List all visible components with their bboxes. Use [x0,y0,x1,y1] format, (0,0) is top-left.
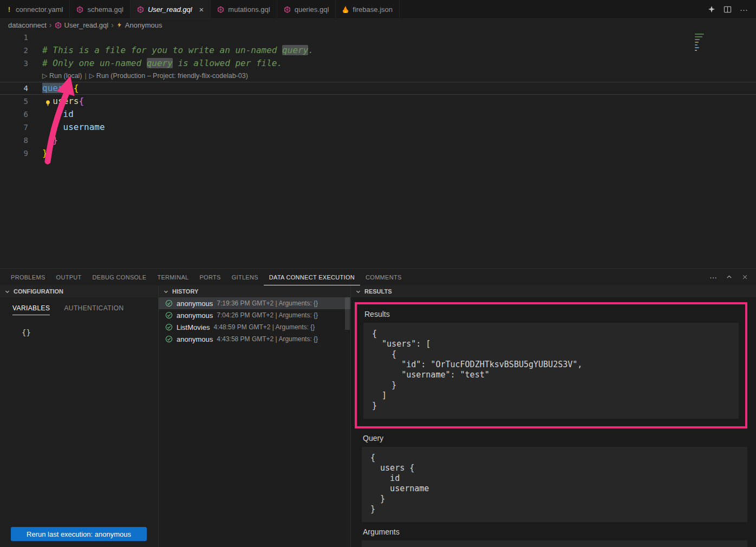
tab-User_read.gql[interactable]: User_read.gql× [131,0,211,18]
panel-tab-terminal[interactable]: TERMINAL [152,269,194,285]
config-tab-authentication[interactable]: AUTHENTICATION [64,304,123,315]
tab-schema.gql[interactable]: schema.gql [70,0,130,18]
code-text: query { [28,82,79,95]
code-line-9[interactable]: 9} [0,147,756,160]
panel-more-icon[interactable]: ··· [709,273,717,282]
panel-maximize-icon[interactable] [726,274,733,281]
line-number: 3 [0,57,28,70]
close-icon[interactable]: × [199,5,204,14]
tab-label: queries.gql [295,5,329,14]
tab-label: mutations.gql [228,5,270,14]
line-number: 2 [0,44,28,57]
config-tab-variables[interactable]: VARIABLES [12,304,50,315]
minimap-line [695,50,697,51]
history-list: anonymous7:19:36 PM GMT+2 | Arguments: {… [159,297,350,345]
copilot-sparkle-icon[interactable] [708,5,715,13]
codelens-actions: ▷ Run (local)|▷ Run (Production – Projec… [28,70,248,82]
code-line-6[interactable]: 6 id [0,108,756,121]
results-content: Results { "users": [ { "id": "OrTucFODZH… [351,297,756,547]
run-production-link[interactable]: ▷ Run (Production – Project: friendly-fl… [89,72,248,80]
history-item[interactable]: anonymous7:19:36 PM GMT+2 | Arguments: {… [159,297,350,309]
code-text: } [28,134,58,147]
arguments-label: Arguments [363,528,747,536]
panel-tab-data-connect-execution[interactable]: DATA CONNECT EXECUTION [264,269,360,285]
results-header[interactable]: RESULTS [351,285,756,297]
more-actions-icon[interactable]: ··· [740,5,748,14]
history-name: anonymous [177,299,213,308]
panel-tab-gitlens[interactable]: GITLENS [226,269,264,285]
breadcrumb-item-file[interactable]: User_read.gql [64,21,109,29]
arguments-code[interactable]: {} [362,541,747,547]
tab-label: schema.gql [87,5,123,14]
code-line-1[interactable]: 1 [0,31,756,44]
minimap-line [695,34,704,35]
panel-tab-output[interactable]: OUTPUT [51,269,87,285]
code-line-7[interactable]: 7 username [0,121,756,134]
results-highlight-box: Results { "users": [ { "id": "OrTucFODZH… [355,302,747,428]
history-item[interactable]: anonymous4:43:58 PM GMT+2 | Arguments: {… [159,333,350,345]
history-item[interactable]: ListMovies4:48:59 PM GMT+2 | Arguments: … [159,321,350,333]
code-line-8[interactable]: 8 } [0,134,756,147]
panel-tab-debug-console[interactable]: DEBUG CONSOLE [87,269,152,285]
history-detail: 4:43:58 PM GMT+2 | Arguments: {} [217,335,318,343]
results-section: RESULTS Results { "users": [ { "id": "Or… [351,285,756,547]
tab-connector.yaml[interactable]: !connector.yaml [0,0,70,18]
chevron-right-icon: › [49,21,52,29]
minimap-line [695,47,699,48]
line-number: 7 [0,121,28,134]
tab-firebase.json[interactable]: firebase.json [336,0,400,18]
chevron-down-icon [355,289,361,295]
history-scrollbar[interactable] [345,297,350,330]
results-title: RESULTS [364,288,392,295]
configuration-header[interactable]: CONFIGURATION [0,285,158,297]
tab-mutations.gql[interactable]: mutations.gql [211,0,277,18]
check-circle-icon [165,323,173,331]
run-local-link[interactable]: ▷ Run (local) [42,72,82,80]
code-editor[interactable]: 12# This is a file for you to write an u… [0,31,756,268]
breadcrumb-item-folder[interactable]: dataconnect [8,21,47,29]
variables-value[interactable]: {} [0,315,158,337]
history-title: HISTORY [172,288,198,295]
graphql-icon [137,6,144,13]
tab-queries.gql[interactable]: queries.gql [277,0,336,18]
history-item[interactable]: anonymous7:04:26 PM GMT+2 | Arguments: {… [159,309,350,321]
editor-tab-bar: !connector.yamlschema.gqlUser_read.gql×m… [0,0,756,19]
code-line-2[interactable]: 2# This is a file for you to write an un… [0,44,756,57]
panel-tab-comments[interactable]: COMMENTS [360,269,407,285]
code-text: id [28,108,74,121]
graphql-icon [217,6,224,13]
breadcrumb-item-symbol[interactable]: Anonymous [125,21,162,29]
panel-close-icon[interactable] [741,274,748,281]
split-editor-icon[interactable] [724,5,732,14]
configuration-title: CONFIGURATION [14,288,63,295]
bottom-panel: PROBLEMSOUTPUTDEBUG CONSOLETERMINALPORTS… [0,268,756,547]
minimap[interactable] [694,32,706,79]
codelens-row: ▷ Run (local)|▷ Run (Production – Projec… [0,70,756,82]
query-code[interactable]: { users { id username } } [362,447,747,522]
results-label: Results [364,310,739,318]
code-line-4[interactable]: 4query { [0,82,756,95]
editor-tab-strip: !connector.yamlschema.gqlUser_read.gql×m… [0,0,400,18]
check-circle-icon [165,299,173,307]
code-line-3[interactable]: 3# Only one un-named query is allowed pe… [0,57,756,70]
panel-tab-problems[interactable]: PROBLEMS [5,269,51,285]
code-area: 12# This is a file for you to write an u… [0,31,756,160]
history-name: anonymous [177,311,213,320]
line-number: 8 [0,134,28,147]
warning-icon: ! [6,5,12,14]
panel-body: CONFIGURATION VARIABLESAUTHENTICATION {}… [0,285,756,547]
history-detail: 7:19:36 PM GMT+2 | Arguments: {} [217,299,318,307]
history-header[interactable]: HISTORY [159,285,350,297]
results-json[interactable]: { "users": [ { "id": "OrTucFODZHTksvBSBU… [363,323,739,419]
panel-tab-ports[interactable]: PORTS [194,269,226,285]
graphql-icon [76,6,83,13]
line-number: 5 [0,95,28,108]
rerun-button[interactable]: Rerun last execution: anonymous [11,527,147,541]
arguments-block: Arguments {} [362,528,747,547]
query-label: Query [363,434,747,442]
codelens-separator: | [85,72,87,80]
check-circle-icon [165,311,173,319]
breadcrumb: dataconnect › User_read.gql › Anonymous [0,19,756,31]
code-line-5[interactable]: 5 users{ [0,95,756,108]
chevron-down-icon [163,289,169,295]
